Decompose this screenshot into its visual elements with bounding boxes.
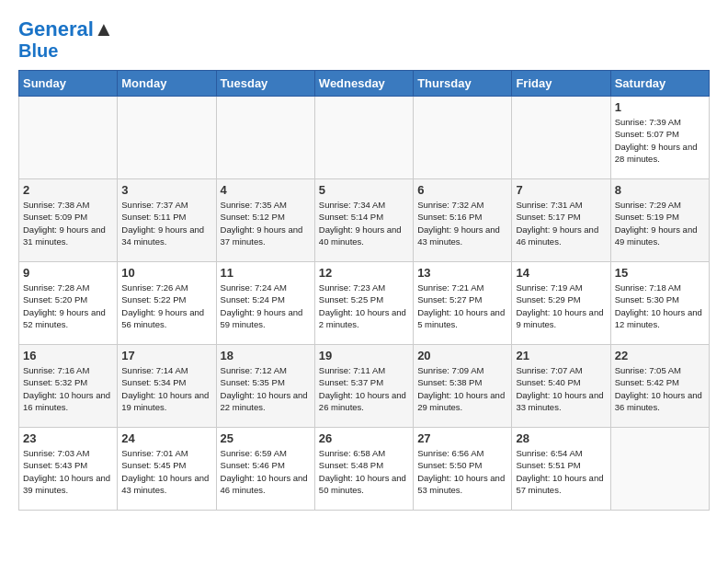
day-info: Sunrise: 7:12 AM Sunset: 5:35 PM Dayligh… — [221, 364, 311, 413]
calendar-cell: 17Sunrise: 7:14 AM Sunset: 5:34 PM Dayli… — [118, 345, 216, 428]
day-info: Sunrise: 7:38 AM Sunset: 5:09 PM Dayligh… — [23, 199, 113, 247]
calendar-cell: 23Sunrise: 7:03 AM Sunset: 5:43 PM Dayli… — [19, 428, 118, 511]
day-number: 21 — [516, 349, 606, 362]
calendar-cell: 21Sunrise: 7:07 AM Sunset: 5:40 PM Dayli… — [512, 345, 610, 428]
day-number: 13 — [417, 266, 507, 280]
day-number: 26 — [319, 431, 409, 445]
day-info: Sunrise: 7:18 AM Sunset: 5:30 PM Dayligh… — [615, 282, 705, 330]
calendar-cell: 13Sunrise: 7:21 AM Sunset: 5:27 PM Dayli… — [414, 262, 512, 345]
calendar-cell: 16Sunrise: 7:16 AM Sunset: 5:32 PM Dayli… — [19, 345, 118, 428]
day-number: 27 — [417, 431, 507, 445]
weekday-header-sunday: Sunday — [19, 71, 118, 97]
day-number: 9 — [23, 266, 113, 280]
page-header: General▲ Blue — [18, 18, 710, 61]
calendar-cell: 28Sunrise: 6:54 AM Sunset: 5:51 PM Dayli… — [512, 428, 610, 511]
day-info: Sunrise: 6:59 AM Sunset: 5:46 PM Dayligh… — [221, 447, 311, 496]
day-number: 23 — [23, 431, 113, 445]
day-number: 19 — [319, 349, 409, 362]
calendar-cell: 15Sunrise: 7:18 AM Sunset: 5:30 PM Dayli… — [610, 262, 709, 345]
day-number: 25 — [221, 431, 311, 445]
weekday-header-monday: Monday — [118, 71, 216, 97]
day-number: 8 — [615, 183, 705, 197]
calendar-cell: 4Sunrise: 7:35 AM Sunset: 5:12 PM Daylig… — [216, 179, 314, 262]
calendar-cell: 9Sunrise: 7:28 AM Sunset: 5:20 PM Daylig… — [19, 262, 118, 345]
day-info: Sunrise: 7:19 AM Sunset: 5:29 PM Dayligh… — [516, 282, 606, 330]
logo-subtext: Blue — [18, 40, 114, 61]
calendar-cell: 3Sunrise: 7:37 AM Sunset: 5:11 PM Daylig… — [118, 179, 216, 262]
day-info: Sunrise: 7:23 AM Sunset: 5:25 PM Dayligh… — [319, 282, 409, 330]
calendar-cell: 24Sunrise: 7:01 AM Sunset: 5:45 PM Dayli… — [118, 428, 216, 511]
day-number: 11 — [221, 266, 311, 280]
calendar-cell: 26Sunrise: 6:58 AM Sunset: 5:48 PM Dayli… — [314, 428, 413, 511]
calendar-cell: 12Sunrise: 7:23 AM Sunset: 5:25 PM Dayli… — [314, 262, 413, 345]
day-number: 20 — [417, 349, 507, 362]
day-info: Sunrise: 7:37 AM Sunset: 5:11 PM Dayligh… — [121, 199, 211, 247]
calendar-cell: 5Sunrise: 7:34 AM Sunset: 5:14 PM Daylig… — [314, 179, 413, 262]
day-info: Sunrise: 6:56 AM Sunset: 5:50 PM Dayligh… — [417, 447, 507, 496]
day-number: 3 — [121, 183, 211, 197]
calendar-cell — [216, 97, 314, 179]
day-info: Sunrise: 7:34 AM Sunset: 5:14 PM Dayligh… — [319, 199, 409, 247]
day-number: 1 — [615, 100, 705, 114]
calendar-cell: 7Sunrise: 7:31 AM Sunset: 5:17 PM Daylig… — [512, 179, 610, 262]
day-info: Sunrise: 7:26 AM Sunset: 5:22 PM Dayligh… — [121, 282, 211, 330]
day-number: 4 — [221, 183, 311, 197]
calendar-cell — [610, 428, 709, 511]
weekday-header-tuesday: Tuesday — [216, 71, 314, 97]
day-info: Sunrise: 7:16 AM Sunset: 5:32 PM Dayligh… — [23, 364, 113, 413]
day-number: 5 — [319, 183, 409, 197]
day-number: 15 — [615, 266, 705, 280]
calendar-table: SundayMondayTuesdayWednesdayThursdayFrid… — [18, 70, 710, 511]
day-info: Sunrise: 7:31 AM Sunset: 5:17 PM Dayligh… — [516, 199, 606, 247]
calendar-cell — [118, 97, 216, 179]
day-number: 12 — [319, 266, 409, 280]
day-number: 14 — [516, 266, 606, 280]
day-number: 7 — [516, 183, 606, 197]
day-info: Sunrise: 7:09 AM Sunset: 5:38 PM Dayligh… — [417, 364, 507, 413]
day-number: 17 — [121, 349, 211, 362]
calendar-cell: 6Sunrise: 7:32 AM Sunset: 5:16 PM Daylig… — [414, 179, 512, 262]
day-number: 18 — [221, 349, 311, 362]
calendar-cell — [512, 97, 610, 179]
calendar-cell: 8Sunrise: 7:29 AM Sunset: 5:19 PM Daylig… — [610, 179, 709, 262]
day-number: 10 — [121, 266, 211, 280]
day-info: Sunrise: 7:21 AM Sunset: 5:27 PM Dayligh… — [417, 282, 507, 330]
day-number: 6 — [417, 183, 507, 197]
logo-text: General▲ — [18, 18, 114, 40]
calendar-cell: 1Sunrise: 7:39 AM Sunset: 5:07 PM Daylig… — [610, 97, 709, 179]
day-info: Sunrise: 6:54 AM Sunset: 5:51 PM Dayligh… — [516, 447, 606, 496]
day-info: Sunrise: 7:01 AM Sunset: 5:45 PM Dayligh… — [121, 447, 211, 496]
day-info: Sunrise: 7:14 AM Sunset: 5:34 PM Dayligh… — [121, 364, 211, 413]
calendar-cell: 18Sunrise: 7:12 AM Sunset: 5:35 PM Dayli… — [216, 345, 314, 428]
day-info: Sunrise: 7:32 AM Sunset: 5:16 PM Dayligh… — [417, 199, 507, 247]
day-info: Sunrise: 7:03 AM Sunset: 5:43 PM Dayligh… — [23, 447, 113, 496]
day-info: Sunrise: 7:05 AM Sunset: 5:42 PM Dayligh… — [615, 364, 705, 413]
day-info: Sunrise: 7:35 AM Sunset: 5:12 PM Dayligh… — [221, 199, 311, 247]
calendar-cell — [314, 97, 413, 179]
day-info: Sunrise: 6:58 AM Sunset: 5:48 PM Dayligh… — [319, 447, 409, 496]
day-number: 22 — [615, 349, 705, 362]
day-info: Sunrise: 7:24 AM Sunset: 5:24 PM Dayligh… — [221, 282, 311, 330]
weekday-header-wednesday: Wednesday — [314, 71, 413, 97]
day-number: 16 — [23, 349, 113, 362]
calendar-cell: 27Sunrise: 6:56 AM Sunset: 5:50 PM Dayli… — [414, 428, 512, 511]
day-number: 28 — [516, 431, 606, 445]
weekday-header-thursday: Thursday — [414, 71, 512, 97]
day-info: Sunrise: 7:07 AM Sunset: 5:40 PM Dayligh… — [516, 364, 606, 413]
day-info: Sunrise: 7:29 AM Sunset: 5:19 PM Dayligh… — [615, 199, 705, 247]
calendar-cell — [414, 97, 512, 179]
weekday-header-saturday: Saturday — [610, 71, 709, 97]
day-number: 24 — [121, 431, 211, 445]
calendar-cell — [19, 97, 118, 179]
calendar-cell: 22Sunrise: 7:05 AM Sunset: 5:42 PM Dayli… — [610, 345, 709, 428]
calendar-cell: 25Sunrise: 6:59 AM Sunset: 5:46 PM Dayli… — [216, 428, 314, 511]
weekday-header-friday: Friday — [512, 71, 610, 97]
day-info: Sunrise: 7:11 AM Sunset: 5:37 PM Dayligh… — [319, 364, 409, 413]
calendar-cell: 11Sunrise: 7:24 AM Sunset: 5:24 PM Dayli… — [216, 262, 314, 345]
calendar-cell: 2Sunrise: 7:38 AM Sunset: 5:09 PM Daylig… — [19, 179, 118, 262]
day-number: 2 — [23, 183, 113, 197]
day-info: Sunrise: 7:28 AM Sunset: 5:20 PM Dayligh… — [23, 282, 113, 330]
calendar-cell: 10Sunrise: 7:26 AM Sunset: 5:22 PM Dayli… — [118, 262, 216, 345]
calendar-cell: 14Sunrise: 7:19 AM Sunset: 5:29 PM Dayli… — [512, 262, 610, 345]
calendar-cell: 19Sunrise: 7:11 AM Sunset: 5:37 PM Dayli… — [314, 345, 413, 428]
